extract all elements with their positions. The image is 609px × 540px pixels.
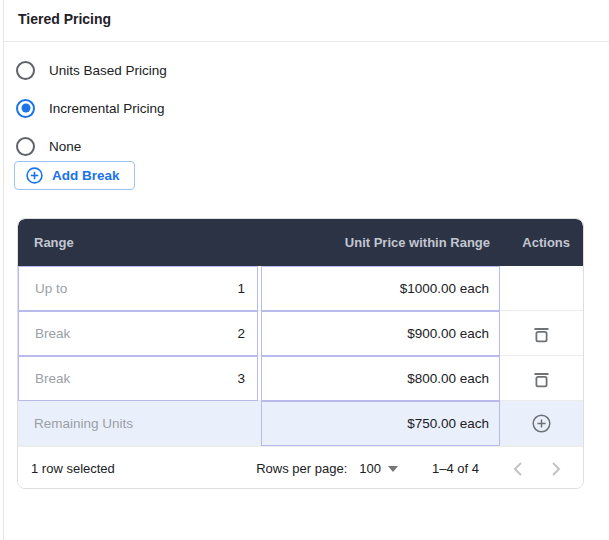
range-value: 1	[237, 281, 245, 296]
radio-units-based-pricing[interactable]: Units Based Pricing	[16, 51, 167, 89]
actions-cell	[500, 311, 583, 356]
radio-none[interactable]: None	[16, 127, 167, 165]
radio-incremental-pricing[interactable]: Incremental Pricing	[16, 89, 167, 127]
chevron-down-icon	[388, 466, 398, 472]
radio-label: None	[49, 139, 81, 154]
pagination-range-text: 1–4 of 4	[432, 461, 479, 476]
unit-price-value: $900.00 each	[407, 326, 489, 341]
actions-cell	[500, 266, 583, 311]
rows-per-page-label: Rows per page:	[256, 461, 347, 476]
table-row-selected[interactable]: Remaining Units $750.00 each	[18, 401, 583, 446]
table-footer: 1 row selected Rows per page: 100 1–4 of…	[18, 446, 583, 489]
rows-per-page-value: 100	[359, 461, 381, 476]
tiered-pricing-table: Range Unit Price within Range Actions Up…	[17, 218, 584, 489]
unit-price-input-cell[interactable]: $900.00 each	[261, 311, 500, 356]
range-value: 3	[237, 371, 245, 386]
range-input-cell[interactable]: Up to 1	[18, 266, 258, 311]
range-label-cell: Remaining Units	[18, 401, 258, 446]
radio-label: Units Based Pricing	[49, 63, 167, 78]
range-label: Remaining Units	[34, 416, 133, 431]
unit-price-value: $750.00 each	[407, 416, 489, 431]
trash-icon	[533, 325, 550, 343]
chevron-right-icon	[551, 461, 561, 477]
table-row[interactable]: Break 3 $800.00 each	[18, 356, 583, 401]
range-label: Break	[35, 326, 70, 341]
range-input-cell[interactable]: Break 3	[18, 356, 258, 401]
radio-label: Incremental Pricing	[49, 101, 165, 116]
unit-price-value: $1000.00 each	[400, 281, 489, 296]
radio-unselected-icon	[16, 137, 35, 156]
unit-price-value: $800.00 each	[407, 371, 489, 386]
range-input-cell[interactable]: Break 2	[18, 311, 258, 356]
page-title: Tiered Pricing	[18, 11, 111, 27]
panel-left-border	[3, 0, 4, 540]
radio-unselected-icon	[16, 61, 35, 80]
pagination-controls: Rows per page: 100 1–4 of 4	[256, 456, 569, 482]
column-header-unit-price: Unit Price within Range	[258, 235, 500, 250]
table-row[interactable]: Up to 1 $1000.00 each	[18, 266, 583, 311]
chevron-left-icon	[513, 461, 523, 477]
previous-page-button[interactable]	[505, 456, 531, 482]
column-header-actions: Actions	[500, 235, 583, 250]
actions-cell	[500, 356, 583, 401]
delete-row-button[interactable]	[529, 321, 554, 347]
add-break-button[interactable]: Add Break	[14, 161, 135, 190]
pricing-type-radio-group: Units Based Pricing Incremental Pricing …	[16, 51, 167, 165]
table-row[interactable]: Break 2 $900.00 each	[18, 311, 583, 356]
actions-cell	[500, 401, 583, 446]
rows-per-page-select[interactable]: 100	[359, 461, 398, 476]
range-value: 2	[237, 326, 245, 341]
add-break-label: Add Break	[52, 168, 120, 183]
range-label: Break	[35, 371, 70, 386]
selection-count-text: 1 row selected	[31, 461, 115, 476]
unit-price-input-cell[interactable]: $800.00 each	[261, 356, 500, 401]
radio-selected-icon	[16, 99, 35, 118]
unit-price-input-cell[interactable]: $750.00 each	[261, 401, 500, 446]
delete-row-button[interactable]	[529, 366, 554, 392]
unit-price-input-cell[interactable]: $1000.00 each	[261, 266, 500, 311]
plus-circle-icon	[26, 167, 43, 184]
table-header-row: Range Unit Price within Range Actions	[18, 219, 583, 266]
add-row-button[interactable]	[528, 410, 555, 437]
next-page-button[interactable]	[543, 456, 569, 482]
title-divider	[4, 41, 609, 42]
trash-icon	[533, 370, 550, 388]
column-header-range: Range	[18, 235, 258, 250]
plus-circle-icon	[532, 414, 551, 433]
range-label: Up to	[35, 281, 67, 296]
